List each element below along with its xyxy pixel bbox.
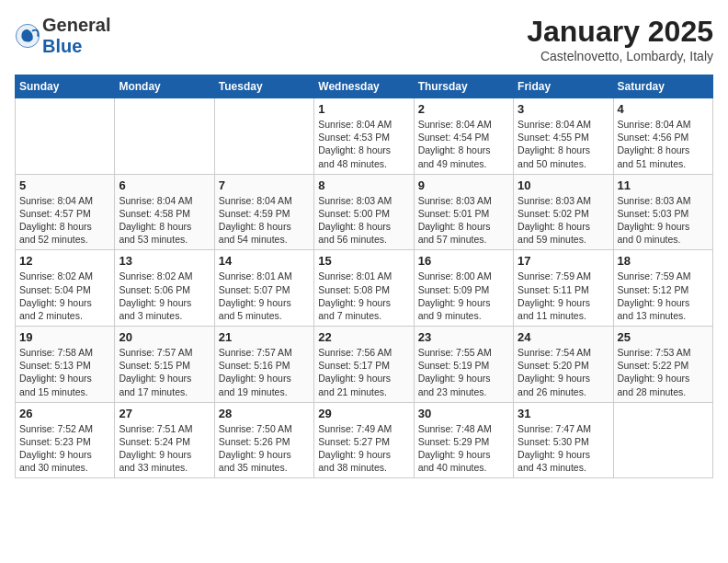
logo: General Blue xyxy=(15,15,110,57)
day-number: 5 xyxy=(19,178,110,192)
calendar-cell: 19Sunrise: 7:58 AM Sunset: 5:13 PM Dayli… xyxy=(16,327,115,403)
day-number: 24 xyxy=(518,330,609,344)
calendar-cell: 11Sunrise: 8:03 AM Sunset: 5:03 PM Dayli… xyxy=(613,174,712,250)
day-info: Sunrise: 8:02 AM Sunset: 5:06 PM Dayligh… xyxy=(119,270,210,322)
day-info: Sunrise: 7:47 AM Sunset: 5:30 PM Dayligh… xyxy=(518,422,609,475)
calendar-cell xyxy=(214,98,313,175)
day-number: 31 xyxy=(518,407,609,420)
day-number: 22 xyxy=(318,330,409,344)
day-info: Sunrise: 8:02 AM Sunset: 5:04 PM Dayligh… xyxy=(19,270,110,322)
weekday-header-saturday: Saturday xyxy=(613,75,712,98)
day-number: 4 xyxy=(618,102,709,116)
calendar-cell: 14Sunrise: 8:01 AM Sunset: 5:07 PM Dayli… xyxy=(214,250,313,327)
calendar-cell: 18Sunrise: 7:59 AM Sunset: 5:12 PM Dayli… xyxy=(613,250,712,327)
day-number: 12 xyxy=(19,254,110,268)
day-number: 9 xyxy=(418,178,509,192)
day-info: Sunrise: 8:04 AM Sunset: 4:53 PM Dayligh… xyxy=(318,118,409,170)
day-info: Sunrise: 8:00 AM Sunset: 5:09 PM Dayligh… xyxy=(418,270,509,322)
day-number: 30 xyxy=(418,407,509,420)
day-number: 17 xyxy=(518,254,609,268)
logo-icon xyxy=(15,23,40,49)
logo-blue-text: Blue xyxy=(42,36,82,56)
calendar-cell: 27Sunrise: 7:51 AM Sunset: 5:24 PM Dayli… xyxy=(115,402,214,478)
day-number: 25 xyxy=(618,330,709,344)
calendar-table: SundayMondayTuesdayWednesdayThursdayFrid… xyxy=(15,75,713,478)
day-info: Sunrise: 7:51 AM Sunset: 5:24 PM Dayligh… xyxy=(119,422,210,475)
calendar-cell: 24Sunrise: 7:54 AM Sunset: 5:20 PM Dayli… xyxy=(514,327,613,403)
calendar-cell: 25Sunrise: 7:53 AM Sunset: 5:22 PM Dayli… xyxy=(613,327,712,403)
day-info: Sunrise: 7:48 AM Sunset: 5:29 PM Dayligh… xyxy=(418,422,509,475)
day-number: 26 xyxy=(19,407,110,420)
day-number: 23 xyxy=(418,330,509,344)
day-number: 13 xyxy=(119,254,210,268)
week-row-5: 26Sunrise: 7:52 AM Sunset: 5:23 PM Dayli… xyxy=(16,402,713,478)
calendar-cell: 5Sunrise: 8:04 AM Sunset: 4:57 PM Daylig… xyxy=(16,174,115,250)
day-info: Sunrise: 8:04 AM Sunset: 4:54 PM Dayligh… xyxy=(418,118,509,170)
day-info: Sunrise: 8:03 AM Sunset: 5:03 PM Dayligh… xyxy=(618,194,709,247)
day-info: Sunrise: 8:04 AM Sunset: 4:57 PM Dayligh… xyxy=(19,194,110,247)
weekday-header-monday: Monday xyxy=(115,75,214,98)
day-info: Sunrise: 7:53 AM Sunset: 5:22 PM Dayligh… xyxy=(618,346,709,398)
day-number: 8 xyxy=(318,178,409,192)
weekday-header-sunday: Sunday xyxy=(16,75,115,98)
day-number: 18 xyxy=(618,254,709,268)
day-number: 16 xyxy=(418,254,509,268)
calendar-cell: 9Sunrise: 8:03 AM Sunset: 5:01 PM Daylig… xyxy=(414,174,513,250)
day-number: 3 xyxy=(518,102,609,116)
week-row-1: 1Sunrise: 8:04 AM Sunset: 4:53 PM Daylig… xyxy=(16,98,713,175)
calendar-cell: 6Sunrise: 8:04 AM Sunset: 4:58 PM Daylig… xyxy=(115,174,214,250)
page-header: General Blue January 2025 Castelnovetto,… xyxy=(15,15,713,63)
day-info: Sunrise: 7:54 AM Sunset: 5:20 PM Dayligh… xyxy=(518,346,609,398)
day-info: Sunrise: 8:01 AM Sunset: 5:07 PM Dayligh… xyxy=(219,270,310,322)
calendar-cell: 2Sunrise: 8:04 AM Sunset: 4:54 PM Daylig… xyxy=(414,98,513,175)
calendar-cell: 26Sunrise: 7:52 AM Sunset: 5:23 PM Dayli… xyxy=(16,402,115,478)
calendar-cell xyxy=(115,98,214,175)
day-info: Sunrise: 7:59 AM Sunset: 5:11 PM Dayligh… xyxy=(518,270,609,322)
calendar-cell: 30Sunrise: 7:48 AM Sunset: 5:29 PM Dayli… xyxy=(414,402,513,478)
weekday-header-thursday: Thursday xyxy=(414,75,513,98)
day-number: 7 xyxy=(219,178,310,192)
day-info: Sunrise: 8:03 AM Sunset: 5:02 PM Dayligh… xyxy=(518,194,609,247)
calendar-cell: 12Sunrise: 8:02 AM Sunset: 5:04 PM Dayli… xyxy=(16,250,115,327)
day-number: 27 xyxy=(119,407,210,420)
day-number: 1 xyxy=(318,102,409,116)
calendar-cell: 15Sunrise: 8:01 AM Sunset: 5:08 PM Dayli… xyxy=(314,250,414,327)
day-number: 10 xyxy=(518,178,609,192)
day-number: 14 xyxy=(219,254,310,268)
day-number: 28 xyxy=(219,407,310,420)
day-info: Sunrise: 8:04 AM Sunset: 4:56 PM Dayligh… xyxy=(618,118,709,170)
day-info: Sunrise: 8:04 AM Sunset: 4:55 PM Dayligh… xyxy=(518,118,609,170)
day-info: Sunrise: 7:52 AM Sunset: 5:23 PM Dayligh… xyxy=(19,422,110,475)
calendar-cell: 10Sunrise: 8:03 AM Sunset: 5:02 PM Dayli… xyxy=(514,174,613,250)
calendar-cell: 13Sunrise: 8:02 AM Sunset: 5:06 PM Dayli… xyxy=(115,250,214,327)
day-info: Sunrise: 7:56 AM Sunset: 5:17 PM Dayligh… xyxy=(318,346,409,398)
day-info: Sunrise: 7:57 AM Sunset: 5:16 PM Dayligh… xyxy=(219,346,310,398)
calendar-cell: 8Sunrise: 8:03 AM Sunset: 5:00 PM Daylig… xyxy=(314,174,414,250)
calendar-cell: 16Sunrise: 8:00 AM Sunset: 5:09 PM Dayli… xyxy=(414,250,513,327)
week-row-4: 19Sunrise: 7:58 AM Sunset: 5:13 PM Dayli… xyxy=(16,327,713,403)
day-number: 21 xyxy=(219,330,310,344)
calendar-cell: 7Sunrise: 8:04 AM Sunset: 4:59 PM Daylig… xyxy=(214,174,313,250)
calendar-cell xyxy=(613,402,712,478)
calendar-cell xyxy=(16,98,115,175)
day-number: 2 xyxy=(418,102,509,116)
week-row-3: 12Sunrise: 8:02 AM Sunset: 5:04 PM Dayli… xyxy=(16,250,713,327)
weekday-header-wednesday: Wednesday xyxy=(314,75,414,98)
calendar-cell: 23Sunrise: 7:55 AM Sunset: 5:19 PM Dayli… xyxy=(414,327,513,403)
calendar-cell: 28Sunrise: 7:50 AM Sunset: 5:26 PM Dayli… xyxy=(214,402,313,478)
day-info: Sunrise: 7:58 AM Sunset: 5:13 PM Dayligh… xyxy=(19,346,110,398)
calendar-cell: 21Sunrise: 7:57 AM Sunset: 5:16 PM Dayli… xyxy=(214,327,313,403)
day-info: Sunrise: 7:50 AM Sunset: 5:26 PM Dayligh… xyxy=(219,422,310,475)
day-number: 15 xyxy=(318,254,409,268)
calendar-cell: 22Sunrise: 7:56 AM Sunset: 5:17 PM Dayli… xyxy=(314,327,414,403)
day-info: Sunrise: 7:55 AM Sunset: 5:19 PM Dayligh… xyxy=(418,346,509,398)
day-info: Sunrise: 7:57 AM Sunset: 5:15 PM Dayligh… xyxy=(119,346,210,398)
day-info: Sunrise: 8:04 AM Sunset: 4:58 PM Dayligh… xyxy=(119,194,210,247)
calendar-cell: 31Sunrise: 7:47 AM Sunset: 5:30 PM Dayli… xyxy=(514,402,613,478)
day-number: 20 xyxy=(119,330,210,344)
day-info: Sunrise: 7:59 AM Sunset: 5:12 PM Dayligh… xyxy=(618,270,709,322)
logo-general-text: General xyxy=(42,15,110,35)
calendar-cell: 20Sunrise: 7:57 AM Sunset: 5:15 PM Dayli… xyxy=(115,327,214,403)
day-number: 29 xyxy=(318,407,409,420)
title-block: January 2025 Castelnovetto, Lombardy, It… xyxy=(527,15,713,63)
